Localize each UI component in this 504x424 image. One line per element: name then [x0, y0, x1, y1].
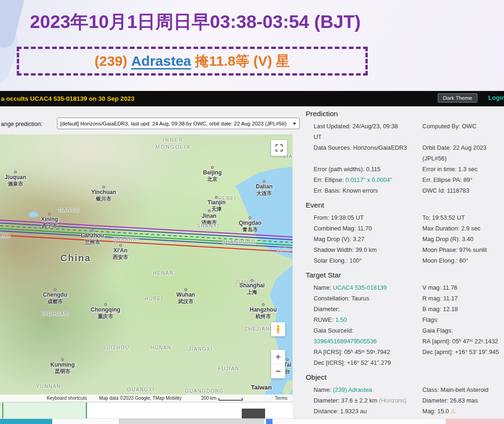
bottom-pink-block — [446, 419, 504, 424]
map-labels: INNER MONGOLIALIAOJiuquan酒泉市Beijing北京Dal… — [0, 134, 293, 401]
event-description: 掩11.8等 (V) 星 — [191, 52, 290, 71]
field-err-basis: Err. Basis: Known errors — [314, 185, 422, 196]
field-combined-mag: Combined Mag: 11.70 — [314, 223, 422, 234]
warning-icon: ⚠ — [449, 408, 456, 415]
map-label-kunming: Kunming昆明市 — [50, 358, 75, 375]
gaia-source-id-value[interactable]: 3396451689479505536 — [314, 336, 422, 347]
map-label-hangzhou: Hangzhou杭州市 — [250, 303, 277, 320]
map-label-shanxi: SHANXI — [197, 223, 219, 229]
field — [422, 357, 504, 368]
field-moon-phase: Moon Phase: 97% sunlit — [422, 244, 504, 255]
map-label-xi-an: Xi'An西安市 — [113, 244, 128, 261]
terms-link[interactable]: Terms — [273, 396, 289, 401]
map-label-taiwan: Taiwan — [251, 384, 272, 391]
map-label-jiangxi: JIANGXI — [189, 346, 212, 352]
map-label-jiuquan: Jiuquan酒泉市 — [5, 171, 26, 188]
timeline-visibility-zone — [0, 403, 88, 418]
prediction-select[interactable]: [default] Horizons/GaiaEDR3, last upd: 2… — [57, 118, 300, 129]
field-solar-elong: Solar Elong.: 100° — [314, 255, 422, 266]
field-v-mag: V mag: 11.76 — [422, 282, 504, 293]
map-label-zhejiang: ZHEJIANG — [245, 326, 274, 332]
event-number: (239) — [95, 53, 131, 69]
timeline-marker-start — [2, 403, 3, 418]
field-class: Class: Main-belt Asteroid — [422, 384, 504, 395]
slide-title: 2023年10月1日周日早03:38-03:54 (BJT) — [30, 9, 361, 35]
field-mag: Mag: 15.0 ⚠ — [422, 406, 504, 417]
map-label-henan: HENAN — [153, 270, 174, 276]
zoom-out-button[interactable]: − — [271, 364, 285, 378]
dark-theme-button[interactable]: Dark Theme — [438, 93, 477, 103]
map-canvas[interactable]: INNER MONGOLIALIAOJiuquan酒泉市Beijing北京Dal… — [0, 134, 293, 401]
pegman-button[interactable] — [271, 322, 285, 336]
chevron-down-icon — [293, 123, 296, 125]
field-ruwe[interactable]: RUWE: 1.50 — [314, 314, 422, 325]
field-ra-icrs: RA [ICRS]: 05ʰ 45ᵐ 59ˢ.7942 — [314, 347, 422, 357]
city-marker-dot — [286, 358, 289, 361]
city-marker-dot — [263, 180, 266, 183]
bottom-gray-block — [119, 419, 264, 424]
city-marker-dot — [215, 196, 218, 199]
field-name[interactable]: Name: (239) Adrastea — [314, 384, 422, 395]
map-label-yunnan: YUNNAN — [36, 383, 61, 389]
city-marker-dot — [249, 216, 252, 219]
city-marker-dot — [251, 279, 253, 282]
section-title: Prediction — [306, 110, 503, 118]
city-marker-dot — [48, 213, 51, 215]
map-scale-label: 200 km — [201, 396, 217, 401]
map-label-qingdao: Qingdao青岛市 — [239, 216, 262, 233]
fullscreen-button[interactable] — [271, 140, 287, 156]
map-label-jiangsu: JIANGSU — [235, 279, 261, 285]
section-title: Object — [306, 373, 503, 382]
field-mag-drop-r: Mag Drop (R): 3.40 — [422, 234, 504, 244]
city-marker-dot — [91, 229, 94, 232]
bottom-partial-row — [0, 418, 504, 424]
login-link[interactable]: Login — [488, 94, 504, 101]
field-ra-aprnt: RA [aprnt]: 05ʰ 47ᵐ 22ˢ.1432 — [422, 336, 504, 347]
map-label-guizhou: GUIZHOU — [102, 345, 130, 350]
map-label-chongqing: Chongqing重庆市 — [91, 303, 120, 320]
timeline-marker-end — [86, 403, 87, 418]
map-scale-bar: 200 km — [201, 396, 243, 401]
event-object-link[interactable]: Adrastea — [131, 53, 191, 69]
panel-section-target-star: Target StarName: UCAC4 535-018139V mag: … — [306, 271, 503, 368]
map-label-yellow: Yellow — [276, 246, 293, 252]
city-marker-dot — [104, 303, 107, 306]
map-label-wuhan: Wuhan武汉市 — [176, 288, 195, 305]
zoom-in-button[interactable]: + — [271, 350, 285, 364]
field-data-sources: Data Sources: Horizons/GaiaEDR3 — [314, 142, 422, 164]
city-marker-dot — [119, 244, 122, 247]
panel-section-event: EventFrom: 19:38:05 UTTo: 19:53:52 UTCom… — [306, 201, 503, 266]
change-prediction-label: ange prediction: — [1, 121, 42, 127]
section-title: Event — [306, 201, 503, 209]
map-data-attribution: Map data ©2023 Google, TMap Mobility — [99, 396, 182, 401]
city-marker-dot — [211, 166, 214, 169]
city-marker-dot — [102, 186, 105, 188]
field-last-updated: Last Updated: 24/Aug/23, 09:38 UT — [314, 121, 422, 142]
map-attribution-bar: Keyboard shortcuts Map data ©2023 Google… — [0, 395, 293, 401]
topbar: a occults UCAC4 535-018139 on 30 Sep 202… — [0, 91, 504, 106]
map-label-gansu: GANSU — [59, 207, 80, 213]
field-computed-by: Computed By: OWC — [422, 121, 504, 142]
field-err-ellipse[interactable]: Err. Ellipse: 0.0117" x 0.0004" — [314, 174, 422, 185]
map-label-jinan: Jinan济南市 — [202, 209, 217, 226]
map-label-guangdong: GUANGDONG — [185, 388, 224, 394]
field-mag-drop-v: Mag Drop (V): 3.27 — [314, 234, 422, 244]
map-label-shandong: SHANDONG — [222, 239, 256, 244]
city-marker-dot — [61, 358, 64, 361]
field-b-mag: B mag: 12.18 — [422, 304, 504, 314]
field-name[interactable]: Name: UCAC4 535-018139 — [314, 282, 422, 293]
panel-section-prediction: PredictionLast Updated: 24/Aug/23, 09:38… — [306, 110, 503, 196]
detail-panel: PredictionLast Updated: 24/Aug/23, 09:38… — [306, 110, 503, 424]
timeline-strip — [0, 402, 293, 418]
city-marker-dot — [14, 171, 17, 174]
map-label-inner-mongolia: INNER MONGOLIA — [151, 137, 196, 151]
city-marker-dot — [262, 303, 265, 306]
field-moon-elong: Moon Elong.: 60° — [422, 255, 504, 266]
field-diameter: Diameter: 26.83 mas — [422, 395, 504, 406]
bottom-blue-block — [266, 419, 273, 424]
field-err-ellipse-pa: Err. Ellipse PA: 89° — [422, 174, 504, 185]
field-flags: Flags: — [422, 314, 504, 325]
field-gaia-sourceid: Gaia SourceId: — [314, 325, 422, 336]
field-constellation: Constellation: Taurus — [314, 293, 422, 304]
keyboard-shortcuts-link[interactable]: Keyboard shortcuts — [47, 396, 87, 401]
